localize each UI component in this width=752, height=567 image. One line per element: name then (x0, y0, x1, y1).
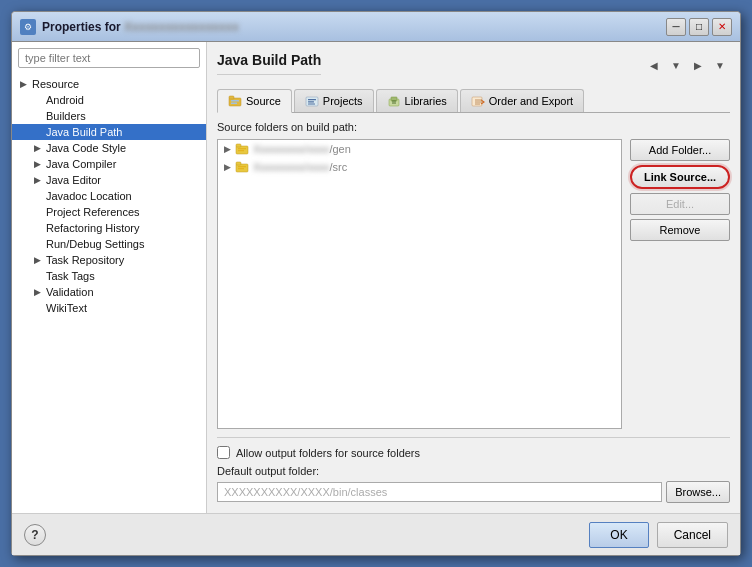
footer-buttons: OK Cancel (589, 522, 728, 548)
page-title: Java Build Path (217, 52, 321, 75)
folder-icon-gen (235, 143, 249, 155)
libraries-tab-icon (387, 94, 401, 108)
tree-arrow-jc: ▶ (34, 159, 46, 169)
title-bar-buttons: ─ □ ✕ (666, 18, 732, 36)
svg-rect-23 (238, 168, 244, 169)
sidebar-item-label: Task Repository (46, 254, 202, 266)
allow-output-label: Allow output folders for source folders (236, 447, 420, 459)
source-tab-icon (228, 94, 242, 108)
svg-rect-7 (308, 103, 315, 104)
sidebar-item-android[interactable]: Android (12, 92, 206, 108)
sidebar-item-label: Run/Debug Settings (46, 238, 202, 250)
sidebar-item-java-code-style[interactable]: ▶ Java Code Style (12, 140, 206, 156)
tree-arrow-v: ▶ (34, 287, 46, 297)
tab-projects[interactable]: Projects (294, 89, 374, 112)
sidebar-item-label: Java Code Style (46, 142, 202, 154)
sidebar-item-run-debug-settings[interactable]: Run/Debug Settings (12, 236, 206, 252)
tabs-row: Source Projects (217, 89, 730, 113)
edit-button[interactable]: Edit... (630, 193, 730, 215)
minimize-button[interactable]: ─ (666, 18, 686, 36)
left-panel: ▶ Resource Android Builders Java Build P… (12, 42, 207, 513)
sidebar-item-label: Task Tags (46, 270, 202, 282)
sidebar-item-task-tags[interactable]: Task Tags (12, 268, 206, 284)
dialog-footer: ? OK Cancel (12, 513, 740, 555)
right-panel: Java Build Path ◀ ▼ ▶ ▼ (207, 42, 740, 513)
sidebar-item-validation[interactable]: ▶ Validation (12, 284, 206, 300)
sidebar-item-resource[interactable]: ▶ Resource (12, 76, 206, 92)
folder-path-gen: Xxxxxxxxx/xxxx/gen (253, 143, 351, 155)
sidebar-item-task-repository[interactable]: ▶ Task Repository (12, 252, 206, 268)
close-button[interactable]: ✕ (712, 18, 732, 36)
sidebar-item-label: Refactoring History (46, 222, 202, 234)
sidebar-item-label: Project References (46, 206, 202, 218)
sidebar-item-label: Javadoc Location (46, 190, 202, 202)
sidebar-item-refactoring-history[interactable]: Refactoring History (12, 220, 206, 236)
sidebar-item-javadoc-location[interactable]: Javadoc Location (12, 188, 206, 204)
title-bar-text: Properties for Xxxxxxxxxxxxxxxxx (42, 20, 666, 34)
buttons-column: Add Folder... Link Source... Edit... Rem… (630, 139, 730, 429)
svg-rect-3 (231, 103, 237, 105)
svg-rect-11 (392, 103, 396, 104)
tab-label-order-export: Order and Export (489, 95, 573, 107)
allow-output-checkbox[interactable] (217, 446, 230, 459)
sidebar-item-builders[interactable]: Builders (12, 108, 206, 124)
cancel-button[interactable]: Cancel (657, 522, 728, 548)
sidebar-item-java-editor[interactable]: ▶ Java Editor (12, 172, 206, 188)
tab-source[interactable]: Source (217, 89, 292, 113)
sidebar-item-label: Android (46, 94, 202, 106)
nav-forward-dropdown-button[interactable]: ▼ (710, 56, 730, 76)
browse-button[interactable]: Browse... (666, 481, 730, 503)
output-label: Default output folder: (217, 465, 730, 477)
header-row: Java Build Path ◀ ▼ ▶ ▼ (217, 52, 730, 85)
tree-arrow-resource: ▶ (20, 79, 32, 89)
folder-arrow-gen: ▶ (224, 144, 231, 154)
filter-input[interactable] (18, 48, 200, 68)
svg-rect-17 (236, 144, 241, 147)
bottom-area: Allow output folders for source folders … (217, 437, 730, 503)
sidebar-item-label: WikiText (46, 302, 202, 314)
tree-arrow-je: ▶ (34, 175, 46, 185)
tab-libraries[interactable]: Libraries (376, 89, 458, 112)
source-folders-label: Source folders on build path: (217, 121, 730, 133)
svg-rect-5 (308, 99, 316, 100)
tab-label-libraries: Libraries (405, 95, 447, 107)
projects-tab-icon (305, 94, 319, 108)
folder-arrow-src: ▶ (224, 162, 231, 172)
sidebar-item-label: Validation (46, 286, 202, 298)
ok-button[interactable]: OK (589, 522, 648, 548)
remove-button[interactable]: Remove (630, 219, 730, 241)
sidebar-item-java-build-path[interactable]: Java Build Path (12, 124, 206, 140)
sidebar-item-label: Resource (32, 78, 202, 90)
help-button[interactable]: ? (24, 524, 46, 546)
add-folder-button[interactable]: Add Folder... (630, 139, 730, 161)
sidebar-item-wikitext[interactable]: WikiText (12, 300, 206, 316)
nav-forward-button[interactable]: ▶ (688, 56, 708, 76)
sidebar-item-label: Java Editor (46, 174, 202, 186)
folder-path-src: Xxxxxxxxx/xxxx/src (253, 161, 347, 173)
folder-tree: ▶ Xxxxxxxxx/xxxx/gen ▶ (217, 139, 622, 429)
svg-rect-22 (238, 166, 246, 167)
output-folder-input[interactable] (217, 482, 662, 502)
checkbox-row: Allow output folders for source folders (217, 446, 730, 459)
tree-arrow-tr: ▶ (34, 255, 46, 265)
svg-rect-9 (391, 97, 397, 101)
content-area: ▶ Xxxxxxxxx/xxxx/gen ▶ (217, 139, 730, 429)
tab-label-source: Source (246, 95, 281, 107)
list-item[interactable]: ▶ Xxxxxxxxx/xxxx/gen (218, 140, 621, 158)
tree-container: ▶ Resource Android Builders Java Build P… (12, 74, 206, 513)
nav-back-button[interactable]: ◀ (644, 56, 664, 76)
sidebar-item-project-references[interactable]: Project References (12, 204, 206, 220)
link-source-button[interactable]: Link Source... (630, 165, 730, 189)
nav-dropdown-button[interactable]: ▼ (666, 56, 686, 76)
properties-dialog: ⚙ Properties for Xxxxxxxxxxxxxxxxx ─ □ ✕… (11, 11, 741, 556)
tab-order-export[interactable]: Order and Export (460, 89, 584, 112)
sidebar-item-java-compiler[interactable]: ▶ Java Compiler (12, 156, 206, 172)
svg-rect-21 (236, 162, 241, 165)
folder-icon-src (235, 161, 249, 173)
svg-rect-1 (229, 96, 234, 99)
dialog-icon: ⚙ (20, 19, 36, 35)
list-item[interactable]: ▶ Xxxxxxxxx/xxxx/src (218, 158, 621, 176)
restore-button[interactable]: □ (689, 18, 709, 36)
svg-rect-10 (392, 101, 396, 102)
svg-rect-2 (231, 100, 239, 102)
